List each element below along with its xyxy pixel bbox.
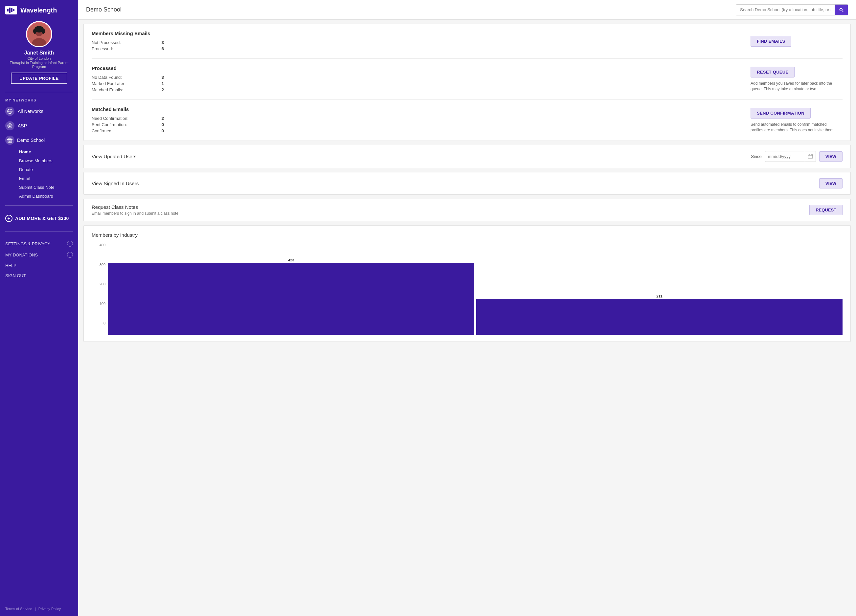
- help-label: HELP: [5, 263, 17, 268]
- calendar-icon-button[interactable]: [805, 151, 816, 161]
- need-confirmation-row: Need Confirmation: 2: [92, 115, 164, 121]
- topbar: Demo School: [78, 0, 856, 20]
- svg-rect-1: [9, 8, 11, 13]
- svg-point-9: [42, 29, 45, 34]
- matched-emails-processed-value: 2: [162, 88, 164, 92]
- settings-expand-icon: +: [67, 241, 73, 247]
- request-button[interactable]: REQUEST: [809, 205, 842, 215]
- processed-stats-inner: Processed No Data Found: 3 Marked For La…: [84, 59, 850, 100]
- app-name: Wavelength: [20, 6, 57, 14]
- no-data-label: No Data Found:: [92, 75, 122, 80]
- browse-members-label: Browse Members: [19, 158, 52, 163]
- y-label-100: 100: [100, 302, 105, 306]
- missing-emails-group: Members Missing Emails Not Processed: 3 …: [92, 31, 737, 52]
- processed-title: Processed: [92, 65, 737, 71]
- bar-value-2: 211: [656, 294, 662, 298]
- processed-value: 6: [162, 46, 164, 51]
- date-input-wrap: [765, 151, 816, 162]
- bar-value-1: 423: [288, 258, 294, 262]
- reset-queue-desc: Add members you saved for later back int…: [751, 81, 836, 92]
- svg-text:A: A: [9, 125, 11, 128]
- email-stats-inner: Members Missing Emails Not Processed: 3 …: [84, 24, 850, 58]
- sidebar-item-admin-dashboard[interactable]: Admin Dashboard: [0, 192, 78, 201]
- not-processed-label: Not Processed:: [92, 40, 121, 45]
- sidebar-item-all-networks[interactable]: All Networks: [0, 104, 78, 118]
- view-updated-button[interactable]: VIEW: [819, 151, 842, 161]
- view-signed-in-card: View Signed In Users VIEW: [83, 172, 851, 195]
- no-data-value: 3: [162, 75, 164, 80]
- donate-label: Donate: [19, 167, 33, 172]
- y-label-200: 200: [100, 282, 105, 286]
- bar-1: [108, 263, 474, 335]
- matched-emails-group: Matched Emails Need Confirmation: 2 Sent…: [92, 106, 737, 134]
- add-more-button[interactable]: + ADD MORE & GET $300: [0, 210, 78, 227]
- demo-school-label: Demo School: [17, 138, 45, 143]
- reset-queue-button[interactable]: RESET QUEUE: [751, 67, 794, 77]
- submit-class-note-label: Submit Class Note: [19, 185, 54, 190]
- date-input[interactable]: [765, 152, 805, 161]
- chart-title: Members by Industry: [92, 232, 842, 238]
- user-job-title: Therapist In Training at Infant Parent P…: [5, 61, 73, 69]
- plus-icon: +: [5, 215, 12, 222]
- send-confirmation-action: SEND CONFIRMATION Send automated emails …: [751, 106, 842, 134]
- bar-col-1: 423: [108, 258, 474, 335]
- processed-missing-row: Processed: 6: [92, 46, 164, 52]
- sidebar-item-donate[interactable]: Donate: [0, 165, 78, 174]
- sidebar-item-asp[interactable]: A ASP: [0, 118, 78, 133]
- all-networks-label: All Networks: [18, 109, 43, 114]
- missing-emails-title: Members Missing Emails: [92, 31, 737, 36]
- user-profile-area: Janet Smith City of London Therapist In …: [0, 18, 78, 88]
- view-updated-users-title: View Updated Users: [92, 154, 136, 159]
- view-signed-in-row: View Signed In Users VIEW: [84, 172, 850, 194]
- user-location: City of London: [28, 57, 51, 60]
- my-donations-label: MY DONATIONS: [5, 252, 38, 257]
- y-label-0: 0: [103, 321, 105, 325]
- settings-privacy-link[interactable]: SETTINGS & PRIVACY +: [5, 238, 73, 249]
- user-name: Janet Smith: [24, 50, 54, 56]
- processed-label: Processed:: [92, 46, 113, 51]
- svg-point-8: [33, 29, 37, 34]
- svg-rect-2: [11, 8, 12, 12]
- send-confirmation-button[interactable]: SEND CONFIRMATION: [751, 108, 811, 118]
- my-donations-link[interactable]: MY DONATIONS +: [5, 249, 73, 260]
- sent-confirmation-label: Sent Confirmation:: [92, 122, 127, 127]
- since-label: Since: [751, 154, 762, 159]
- members-by-industry-card: Members by Industry 400 300 200 100 0 42…: [83, 225, 851, 342]
- request-class-notes-left: Request Class Notes Email members to sig…: [92, 204, 179, 216]
- sidebar-item-demo-school[interactable]: Demo School: [0, 133, 78, 147]
- need-confirmation-value: 2: [162, 116, 164, 121]
- send-confirmation-desc: Send automated emails to confirm matched…: [751, 122, 836, 133]
- view-updated-users-card: View Updated Users Since: [83, 145, 851, 168]
- sidebar-item-browse-members[interactable]: Browse Members: [0, 156, 78, 165]
- svg-marker-16: [7, 138, 12, 140]
- email-stats-card: Members Missing Emails Not Processed: 3 …: [83, 24, 851, 141]
- calendar-icon: [808, 154, 813, 158]
- sidebar-item-submit-class-note[interactable]: Submit Class Note: [0, 183, 78, 192]
- search-button[interactable]: [834, 5, 848, 15]
- content-area: Members Missing Emails Not Processed: 3 …: [78, 24, 856, 342]
- home-label: Home: [19, 149, 31, 154]
- terms-of-service-link[interactable]: Terms of Service: [5, 607, 32, 611]
- my-networks-label: MY NETWORKS: [0, 97, 78, 104]
- svg-rect-0: [7, 9, 9, 11]
- sign-out-link[interactable]: SIGN OUT: [5, 270, 73, 281]
- sidebar: Wavelength Janet Smith City of London Th…: [0, 0, 78, 616]
- view-updated-right: Since VIEW: [751, 151, 842, 162]
- search-input[interactable]: [736, 5, 834, 15]
- topbar-title: Demo School: [86, 6, 736, 13]
- update-profile-button[interactable]: UPDATE PROFILE: [11, 72, 67, 84]
- settings-privacy-label: SETTINGS & PRIVACY: [5, 241, 50, 246]
- privacy-policy-link[interactable]: Privacy Policy: [38, 607, 61, 611]
- view-signed-in-button[interactable]: VIEW: [819, 178, 842, 189]
- sidebar-divider-1: [5, 92, 73, 92]
- sidebar-item-email[interactable]: Email: [0, 174, 78, 183]
- matched-emails-inner: Matched Emails Need Confirmation: 2 Sent…: [84, 100, 850, 141]
- help-link[interactable]: HELP: [5, 260, 73, 270]
- svg-rect-3: [13, 9, 14, 11]
- asp-icon: A: [5, 121, 14, 131]
- find-emails-button[interactable]: FIND EMAILS: [751, 36, 791, 47]
- sidebar-item-home[interactable]: Home: [0, 147, 78, 156]
- view-updated-users-row: View Updated Users Since: [84, 145, 850, 168]
- svg-rect-17: [9, 141, 11, 143]
- reset-queue-action: RESET QUEUE Add members you saved for la…: [751, 65, 842, 93]
